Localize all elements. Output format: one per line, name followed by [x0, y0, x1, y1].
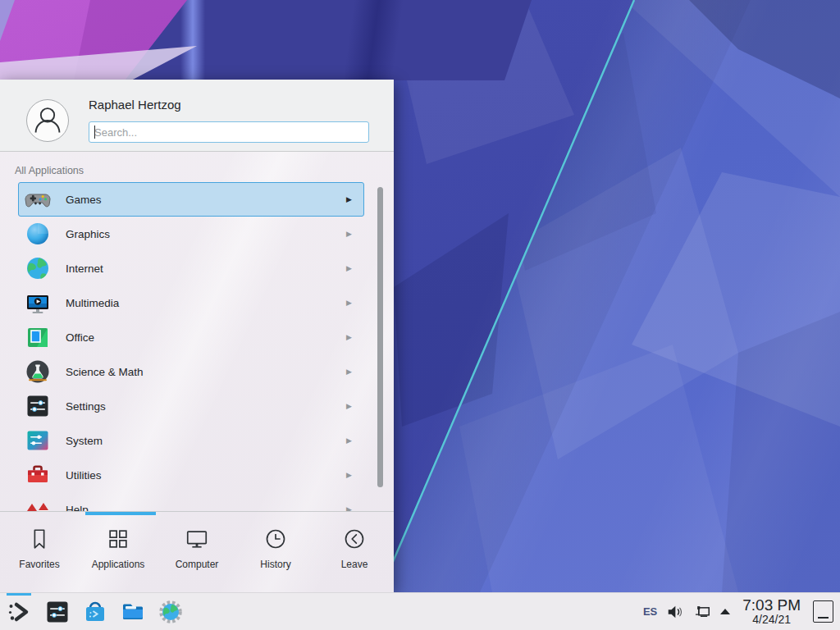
system-settings-button[interactable] [44, 599, 71, 625]
user-name: Raphael Hertzog [89, 98, 181, 112]
tab-leave[interactable]: Leave [315, 515, 394, 592]
category-row-graphics[interactable]: Graphics ▶ [18, 217, 364, 251]
submenu-arrow-icon: ▶ [346, 402, 352, 410]
discover-icon [82, 599, 108, 625]
graphics-icon [25, 221, 51, 247]
computer-icon [185, 527, 209, 551]
desktop: Raphael Hertzog All Applications [0, 0, 840, 630]
category-row-office[interactable]: Office ▶ [18, 320, 364, 354]
application-launcher-popup: Raphael Hertzog All Applications [0, 80, 394, 592]
network-icon[interactable] [693, 603, 711, 621]
browser-globe-icon [158, 599, 184, 625]
system-settings-icon [44, 599, 71, 625]
multimedia-icon [25, 290, 51, 316]
system-tray: ES 7:03 PM 4/24/21 [643, 597, 840, 626]
submenu-arrow-icon: ▶ [346, 264, 352, 272]
discover-button[interactable] [82, 599, 108, 625]
settings-icon [25, 393, 51, 419]
category-row-utilities[interactable]: Utilities ▶ [18, 458, 364, 492]
keyboard-layout-indicator[interactable]: ES [643, 605, 657, 618]
submenu-arrow-icon: ▶ [346, 195, 352, 203]
scrollbar[interactable] [377, 187, 383, 487]
taskbar-panel: ES 7:03 PM 4/24/21 [0, 592, 840, 630]
clock-icon [263, 527, 288, 551]
submenu-arrow-icon: ▶ [346, 436, 352, 445]
submenu-arrow-icon: ▶ [346, 368, 352, 376]
category-row-multimedia[interactable]: Multimedia ▶ [18, 285, 364, 320]
launcher-header: Raphael Hertzog [0, 80, 394, 152]
tab-favorites[interactable]: Favorites [0, 515, 79, 592]
application-launcher-button[interactable] [7, 599, 33, 625]
web-browser-button[interactable] [158, 599, 184, 625]
category-row-help[interactable]: Help ▶ [18, 492, 364, 511]
help-icon [25, 496, 51, 511]
file-manager-button[interactable] [120, 599, 146, 625]
divider [0, 511, 394, 512]
science-icon [25, 358, 51, 385]
submenu-arrow-icon: ▶ [346, 471, 352, 479]
internet-icon [25, 255, 51, 281]
tab-computer[interactable]: Computer [158, 515, 236, 592]
system-icon [25, 427, 51, 454]
office-icon [25, 324, 51, 350]
show-desktop-button[interactable] [813, 600, 833, 623]
utilities-icon [25, 462, 51, 488]
clock-date: 4/24/21 [742, 614, 801, 626]
category-row-system[interactable]: System ▶ [18, 423, 364, 458]
bookmark-icon [27, 527, 52, 551]
category-row-internet[interactable]: Internet ▶ [18, 251, 364, 285]
text-cursor [94, 126, 95, 139]
submenu-arrow-icon: ▶ [346, 333, 352, 341]
expand-tray-caret[interactable] [720, 609, 730, 614]
submenu-arrow-icon: ▶ [346, 299, 352, 307]
submenu-arrow-icon: ▶ [346, 505, 352, 511]
launcher-tab-bar: Favorites Applications Computer [0, 515, 394, 592]
category-list: Games ▶ Graphics ▶ [0, 182, 394, 511]
section-label: All Applications [15, 165, 84, 176]
kickoff-icon [7, 599, 33, 625]
user-avatar[interactable] [26, 99, 69, 142]
volume-icon[interactable] [666, 603, 684, 621]
submenu-arrow-icon: ▶ [346, 230, 352, 238]
tab-history[interactable]: History [236, 515, 315, 592]
tab-applications[interactable]: Applications [79, 515, 158, 592]
category-row-science-math[interactable]: Science & Math ▶ [18, 354, 364, 389]
digital-clock[interactable]: 7:03 PM 4/24/21 [739, 597, 804, 626]
search-input[interactable] [89, 121, 369, 143]
category-row-settings[interactable]: Settings ▶ [18, 389, 364, 423]
user-icon [27, 100, 68, 141]
games-icon [25, 186, 51, 212]
taskbar-active-indicator [7, 593, 31, 596]
category-row-games[interactable]: Games ▶ [18, 182, 364, 217]
folder-icon [120, 599, 146, 625]
grid-icon [106, 527, 130, 551]
leave-icon [342, 527, 367, 551]
clock-time: 7:03 PM [742, 597, 801, 614]
